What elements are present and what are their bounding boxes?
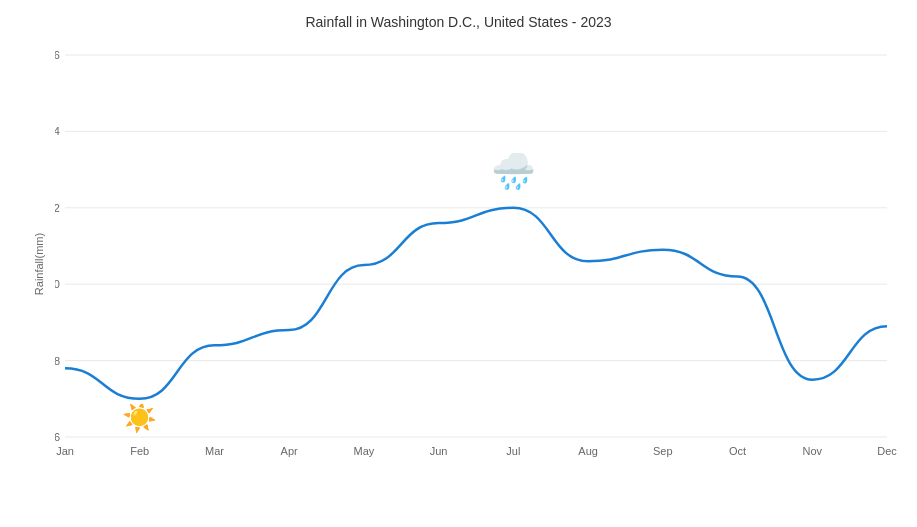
svg-text:Jul: Jul <box>506 445 520 457</box>
svg-text:Sep: Sep <box>653 445 673 457</box>
svg-text:Nov: Nov <box>802 445 822 457</box>
svg-text:12: 12 <box>55 202 60 214</box>
svg-text:Feb: Feb <box>130 445 149 457</box>
svg-text:Dec: Dec <box>877 445 897 457</box>
svg-text:Jan: Jan <box>56 445 74 457</box>
svg-text:Jun: Jun <box>430 445 448 457</box>
svg-text:May: May <box>354 445 375 457</box>
svg-text:Mar: Mar <box>205 445 224 457</box>
y-axis-label: Rainfall(mm) <box>33 232 45 294</box>
svg-text:14: 14 <box>55 125 60 137</box>
chart-title: Rainfall in Washington D.C., United Stat… <box>0 0 917 30</box>
chart-container: Rainfall in Washington D.C., United Stat… <box>0 0 917 527</box>
svg-text:16: 16 <box>55 49 60 61</box>
svg-text:6: 6 <box>55 431 60 443</box>
chart-svg: 6810121416JanFebMarAprMayJunJulAugSepOct… <box>55 40 897 472</box>
svg-text:Oct: Oct <box>729 445 746 457</box>
chart-area: 6810121416JanFebMarAprMayJunJulAugSepOct… <box>55 40 897 472</box>
svg-text:10: 10 <box>55 278 60 290</box>
svg-text:Aug: Aug <box>578 445 598 457</box>
svg-text:8: 8 <box>55 355 60 367</box>
svg-text:Apr: Apr <box>281 445 298 457</box>
